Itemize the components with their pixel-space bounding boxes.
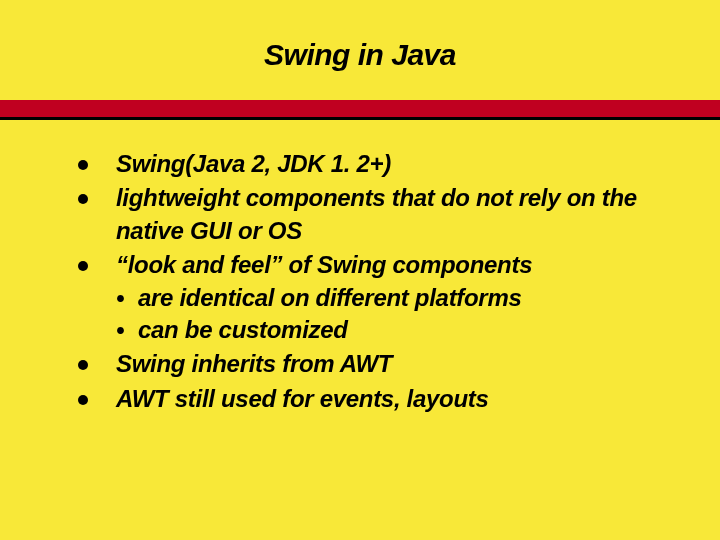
bullet-text: AWT still used for events, layouts — [116, 385, 489, 412]
sub-bullet-text: can be customized — [138, 316, 348, 343]
sub-bullet-item: are identical on different platforms — [116, 282, 660, 314]
bullet-text: lightweight components that do not rely … — [116, 184, 637, 243]
slide-title: Swing in Java — [0, 0, 720, 100]
bullet-text: “look and feel” of Swing components — [116, 251, 532, 278]
sub-bullet-list: are identical on different platforms can… — [116, 282, 660, 347]
divider-bar — [0, 100, 720, 120]
slide: Swing in Java Swing(Java 2, JDK 1. 2+) l… — [0, 0, 720, 540]
bullet-item: lightweight components that do not rely … — [78, 182, 660, 247]
bullet-item: Swing(Java 2, JDK 1. 2+) — [78, 148, 660, 180]
bullet-text: Swing(Java 2, JDK 1. 2+) — [116, 150, 391, 177]
sub-bullet-text: are identical on different platforms — [138, 284, 522, 311]
bullet-item: AWT still used for events, layouts — [78, 383, 660, 415]
bullet-list: Swing(Java 2, JDK 1. 2+) lightweight com… — [78, 148, 660, 415]
bullet-item: “look and feel” of Swing components are … — [78, 249, 660, 346]
bullet-item: Swing inherits from AWT — [78, 348, 660, 380]
bullet-text: Swing inherits from AWT — [116, 350, 392, 377]
slide-content: Swing(Java 2, JDK 1. 2+) lightweight com… — [0, 120, 720, 415]
sub-bullet-item: can be customized — [116, 314, 660, 346]
